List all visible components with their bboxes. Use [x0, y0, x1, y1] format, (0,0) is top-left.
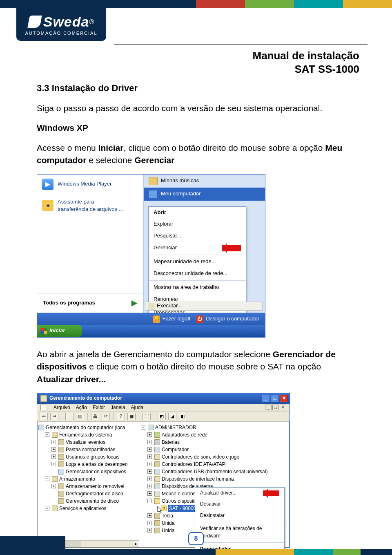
- windows-flag-icon: [40, 328, 47, 334]
- toolbar-view-button[interactable]: ▦: [127, 413, 136, 420]
- device-batteries[interactable]: +Baterias: [141, 439, 287, 446]
- computer-icon: [149, 190, 158, 198]
- context-item-map-drive[interactable]: Mapear unidade de rede...: [149, 256, 246, 268]
- toolbar-extra3-button[interactable]: ◧: [179, 413, 187, 420]
- taskbar: Iniciar: [37, 325, 265, 337]
- menu-file[interactable]: Arquivo: [53, 404, 70, 411]
- device-sound[interactable]: +Controladores de som, vídeo e jogo: [141, 453, 287, 461]
- registered-mark: ®: [89, 18, 94, 25]
- app-icon: [40, 395, 47, 402]
- device-net-adapters[interactable]: +Adaptadores de rede: [141, 431, 287, 439]
- brand-tagline: AUTOMAÇÃO COMERCIAL: [25, 31, 97, 36]
- menu-help[interactable]: Ajuda: [131, 404, 143, 411]
- context-item-disconnect-drive[interactable]: Desconectar unidade de rede...: [149, 268, 246, 280]
- toolbar-up-button[interactable]: ⬚: [65, 413, 74, 420]
- tree-removable-storage[interactable]: +Armazenamento removível: [38, 483, 138, 490]
- shutdown-label: Desligar o computador: [206, 315, 259, 323]
- device-computer[interactable]: +Computador: [141, 446, 287, 453]
- scroll-right-button[interactable]: ►: [133, 541, 139, 546]
- minimize-button[interactable]: _: [262, 395, 270, 402]
- document-title: Manual de instalação SAT SS-1000: [252, 49, 359, 76]
- wmp-icon: ▶: [42, 179, 53, 190]
- context-item-disable[interactable]: Desativar: [195, 499, 284, 510]
- tree-device-manager[interactable]: Gerenciador de dispositivos: [38, 468, 138, 475]
- header-color-bar: [0, 0, 392, 8]
- context-item-uninstall[interactable]: Desinstalar: [195, 510, 284, 521]
- toolbar-back-button[interactable]: ⇐: [40, 413, 48, 420]
- context-item-manage[interactable]: Gerenciar: [149, 242, 246, 254]
- all-programs-label: Todos os programas: [43, 299, 95, 307]
- highlight-arrow-icon: [222, 245, 241, 251]
- tree-shared-folders[interactable]: +Pastas compartilhadas: [38, 446, 138, 453]
- chevron-right-icon: ▶: [131, 298, 137, 308]
- toolbar-extra1-button[interactable]: ◩: [158, 413, 166, 420]
- folder-icon: [149, 177, 158, 185]
- logoff-button[interactable]: 🔑 Fazer logoff: [153, 315, 190, 323]
- wizard-icon: ✦: [42, 200, 53, 211]
- device-hid[interactable]: +Dispositivos de interface humana: [141, 475, 287, 483]
- toolbar-scan-button[interactable]: ⛶: [143, 413, 151, 420]
- tree-services[interactable]: +Serviços e aplicativos: [38, 505, 138, 512]
- screenshot-computer-management: Gerenciamento do computador _ □ ✕ Arquiv…: [37, 393, 290, 548]
- run-command-row[interactable]: Executar...: [145, 302, 263, 311]
- doc-title-line1: Manual de instalação: [252, 49, 359, 63]
- brand-logo-panel: Sweda® AUTOMAÇÃO COMERCIAL: [16, 8, 106, 41]
- context-item-show-desktop[interactable]: Mostrar na área de trabalho: [149, 282, 246, 293]
- tree-perf-logs[interactable]: +Logs e alertas de desempen: [38, 461, 138, 468]
- tree-local-users[interactable]: +Usuários e grupos locais: [38, 453, 138, 461]
- device-ide[interactable]: +Controladores IDE ATA/ATAPI: [141, 461, 287, 468]
- start-place-label: Meu computador: [161, 190, 201, 198]
- mdi-app-icon: [40, 405, 46, 410]
- toolbar-print-button[interactable]: 🖶: [91, 413, 99, 420]
- computer-icon: [38, 425, 44, 430]
- start-place-my-music[interactable]: Minhas músicas: [144, 175, 265, 188]
- toolbar-properties-button[interactable]: ▥: [76, 413, 84, 420]
- toolbar-help-button[interactable]: ?: [117, 413, 125, 420]
- start-place-label: Minhas músicas: [161, 177, 199, 185]
- start-item-transfer-wizard[interactable]: ✦ Assistente paratransferência de arquiv…: [37, 194, 143, 218]
- tree-pane[interactable]: Gerenciamento do computador (loca −Ferra…: [37, 422, 139, 548]
- start-item-label: Windows Media Player: [58, 180, 111, 188]
- tree-storage[interactable]: −Armazenamento: [38, 475, 138, 483]
- computer-icon: [148, 425, 154, 430]
- page-number: 8: [188, 532, 204, 545]
- mdi-minimize-button[interactable]: _: [265, 405, 272, 410]
- device-context-menu: Atualizar driver... Desativar Desinstala…: [195, 487, 285, 555]
- tree-system-tools[interactable]: −Ferramentas do sistema: [38, 431, 138, 439]
- menu-view[interactable]: Exibir: [93, 404, 105, 411]
- context-item-explore[interactable]: Explorar: [149, 218, 246, 230]
- tree-event-viewer[interactable]: +Visualizar eventos: [38, 439, 138, 446]
- footer-color-bar: [0, 549, 392, 555]
- window-title: Gerenciamento do computador: [49, 395, 122, 402]
- start-place-my-computer[interactable]: Meu computador: [144, 188, 265, 201]
- context-item-search[interactable]: Pesquisar...: [149, 230, 246, 242]
- context-item-scan-hardware[interactable]: Verificar se há alterações de hardware: [195, 523, 284, 542]
- start-button[interactable]: Iniciar: [37, 325, 82, 337]
- start-item-wmp[interactable]: ▶ Windows Media Player: [37, 175, 143, 194]
- context-item-open[interactable]: Abrir: [149, 207, 246, 219]
- start-button-label: Iniciar: [49, 327, 65, 335]
- device-usb[interactable]: +Controladores USB (barramento serial un…: [141, 468, 287, 475]
- start-footer: 🔑 Fazer logoff ⏻ Desligar o computador: [37, 313, 265, 326]
- tree-defrag[interactable]: Desfragmentador de disco: [38, 490, 138, 497]
- mdi-restore-button[interactable]: ❐: [272, 405, 279, 410]
- screenshot-start-menu: ▶ Windows Media Player ✦ Assistente para…: [37, 174, 265, 338]
- context-item-update-driver[interactable]: Atualizar driver...: [195, 488, 284, 499]
- all-programs-button[interactable]: Todos os programas ▶: [37, 293, 143, 313]
- toolbar-extra2-button[interactable]: ◪: [168, 413, 176, 420]
- highlight-arrow-icon: [263, 490, 279, 496]
- intro-paragraph: Siga o passo a passo de acordo com a ver…: [37, 102, 355, 114]
- doc-title-line2: SAT SS-1000: [252, 63, 359, 76]
- toolbar-forward-button[interactable]: ⇒: [50, 413, 58, 420]
- shutdown-button[interactable]: ⏻ Desligar o computador: [196, 315, 259, 323]
- section-heading: 3.3 Instalação do Driver: [37, 82, 355, 95]
- menu-window[interactable]: Janela: [111, 404, 125, 411]
- menu-action[interactable]: Ação: [76, 404, 87, 411]
- mdi-close-button[interactable]: ✕: [280, 405, 286, 410]
- close-button[interactable]: ✕: [280, 395, 288, 402]
- maximize-button[interactable]: □: [271, 395, 279, 402]
- menubar: Arquivo Ação Exibir Janela Ajuda _ ❐ ✕: [37, 404, 290, 412]
- toolbar-refresh-button[interactable]: ⟳: [102, 413, 110, 420]
- header-rule: [114, 44, 368, 45]
- tree-disk-mgmt[interactable]: Gerenciamento de disco: [38, 497, 138, 505]
